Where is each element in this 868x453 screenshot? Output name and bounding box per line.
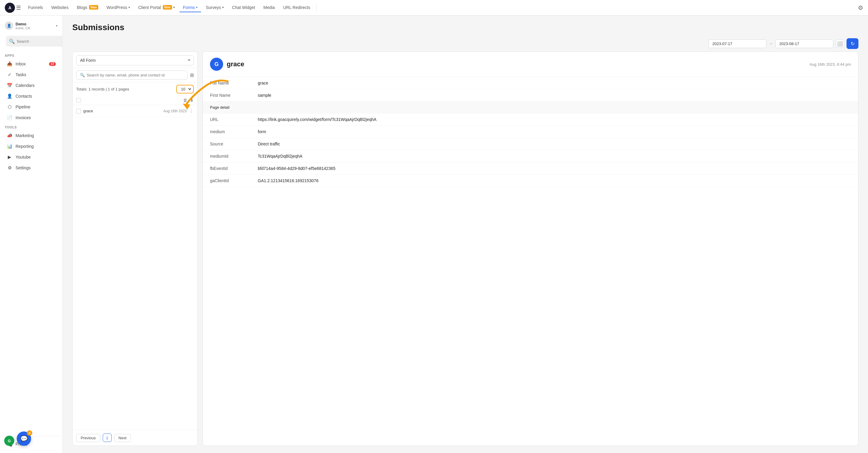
apps-section-label: Apps [0,51,62,59]
row-name: grace [83,109,161,113]
nav-wordpress[interactable]: WordPress ▾ [103,3,133,12]
nav-chat-widget[interactable]: Chat Widget [228,3,259,12]
search-box-icon: 🔍 [80,73,85,77]
profile-fab[interactable]: G [4,436,14,446]
refresh-icon: ↻ [851,41,855,46]
row-checkbox[interactable] [76,109,81,114]
previous-button[interactable]: Previous [76,434,100,442]
client-portal-chevron: ▾ [173,6,175,9]
content-area: All Form 🔍 ⊞ Totals: 1 records | 1 of 1 … [63,51,868,453]
field-label: URL [203,114,251,126]
user-chevron-icon: ▾ [56,24,58,28]
nav-funnels[interactable]: Funnels [25,3,46,12]
blogs-badge: New [89,5,98,9]
surveys-chevron: ▾ [222,6,224,9]
sidebar-item-inbox[interactable]: 📥 Inbox 17 [2,59,61,69]
field-value: sample [251,89,858,101]
field-value: Tc31WqaAjrDqBl2jeqhA [251,150,858,162]
profile-initial: G [8,439,11,443]
field-url: URL https://link.goacquirely.com/widget/… [203,114,858,126]
sidebar-item-marketing[interactable]: 📣 Marketing [2,130,61,141]
forms-chevron: ▾ [196,6,197,9]
page-number[interactable]: 1 [103,433,112,442]
pagination-row: Previous 1 Next [72,430,197,446]
contact-date: Aug 16th 2023, 6:44 pm [809,62,851,67]
sidebar-item-pipeline[interactable]: ⬡ Pipeline [2,102,61,112]
invoices-icon: 📄 [7,115,12,120]
sidebar-item-tasks[interactable]: ✓ Tasks [2,70,61,80]
date-clear-button[interactable]: ⬜ [836,39,844,48]
field-label: gaClientId [203,175,251,187]
nav-forms[interactable]: Forms ▾ [180,3,201,12]
field-value: GA1.2.1213415616.1692153076 [251,175,858,187]
youtube-icon: ▶ [7,154,12,160]
sidebar-user[interactable]: 👤 Demo Irvine, CA ▾ [0,19,62,32]
inbox-badge: 17 [49,62,56,66]
form-select-row: All Form [72,52,197,68]
invoices-label: Invoices [16,115,31,120]
nav-media[interactable]: Media [260,3,278,12]
search-input[interactable] [17,39,63,43]
sidebar-item-youtube[interactable]: ▶ Youtube [2,152,61,162]
user-info: Demo Irvine, CA [16,22,54,30]
table-row[interactable]: grace Aug 16th 2023 ⋮ [72,105,197,117]
field-label: fbEventId [203,162,251,175]
field-fb-event-id: fbEventId bfd714a4-9584-4d29-8d07-ef5e68… [203,162,858,175]
field-value: https://link.goacquirely.com/widget/form… [251,114,858,126]
field-value: grace [251,77,858,89]
form-select[interactable]: All Form [76,55,194,65]
chat-icon: 💬 [20,435,28,442]
app-logo: A [5,3,15,13]
main-content: Submissions → ⬜ ↻ All Form [63,15,868,453]
chat-widget-fab[interactable]: 💬 4 [17,431,31,446]
wordpress-chevron: ▾ [128,6,130,9]
marketing-icon: 📣 [7,133,12,138]
nav-client-portal[interactable]: Client Portal New ▾ [135,3,178,12]
date-to-input[interactable] [775,39,833,48]
field-value: form [251,126,858,138]
tools-section-label: Tools [0,123,62,130]
sidebar: 👤 Demo Irvine, CA ▾ 🔍 ⌘ K ⚡ Apps 📥 Inbox… [0,15,63,453]
svg-marker-0 [183,104,190,109]
user-avatar: 👤 [5,22,13,30]
page-detail-label: Page detail [203,101,858,114]
page-title: Submissions [72,23,859,32]
field-medium: medium form [203,126,858,138]
reporting-label: Reporting [16,144,34,149]
next-button[interactable]: Next [114,434,131,442]
nav-url-redirects[interactable]: URL Redirects [280,3,314,12]
sidebar-item-calendars[interactable]: 📅 Calendars [2,80,61,91]
nav-websites[interactable]: Websites [48,3,72,12]
sidebar-item-settings[interactable]: ⚙ Settings [2,163,61,173]
nav-surveys[interactable]: Surveys ▾ [202,3,227,12]
sidebar-item-reporting[interactable]: 📊 Reporting [2,141,61,152]
hamburger-menu[interactable]: ☰ [16,4,21,11]
contacts-label: Contacts [16,94,32,99]
client-portal-badge: New [163,5,172,9]
sidebar-item-contacts[interactable]: 👤 Contacts [2,91,61,101]
field-first-name: First Name sample [203,89,858,101]
field-label: Source [203,138,251,150]
submission-search-input[interactable] [87,73,184,77]
totals-row: Totals: 1 records | 1 of 1 pages 10 [72,83,197,96]
calendars-icon: 📅 [7,83,12,88]
contacts-icon: 👤 [7,94,12,99]
tasks-label: Tasks [16,72,26,77]
date-filter-row: → ⬜ ↻ [63,36,868,51]
field-medium-id: mediumId Tc31WqaAjrDqBl2jeqhA [203,150,858,162]
page-detail-header: Page detail [203,101,858,114]
select-all-checkbox[interactable] [76,98,81,103]
field-label: mediumId [203,150,251,162]
settings-label: Settings [16,165,31,170]
date-from-input[interactable] [709,39,767,48]
settings-gear-icon[interactable]: ⚙ [858,4,863,11]
refresh-button[interactable]: ↻ [846,38,859,49]
reporting-icon: 📊 [7,143,12,149]
nav-blogs[interactable]: Blogs New [73,3,102,12]
youtube-label: Youtube [16,155,31,159]
sidebar-search-box[interactable]: 🔍 ⌘ K [6,36,63,46]
sidebar-item-invoices[interactable]: 📄 Invoices [2,112,61,123]
clear-icon: ⬜ [837,41,843,46]
submission-search-box[interactable]: 🔍 [76,70,188,80]
field-value: bfd714a4-9584-4d29-8d07-ef5e68142365 [251,162,858,175]
